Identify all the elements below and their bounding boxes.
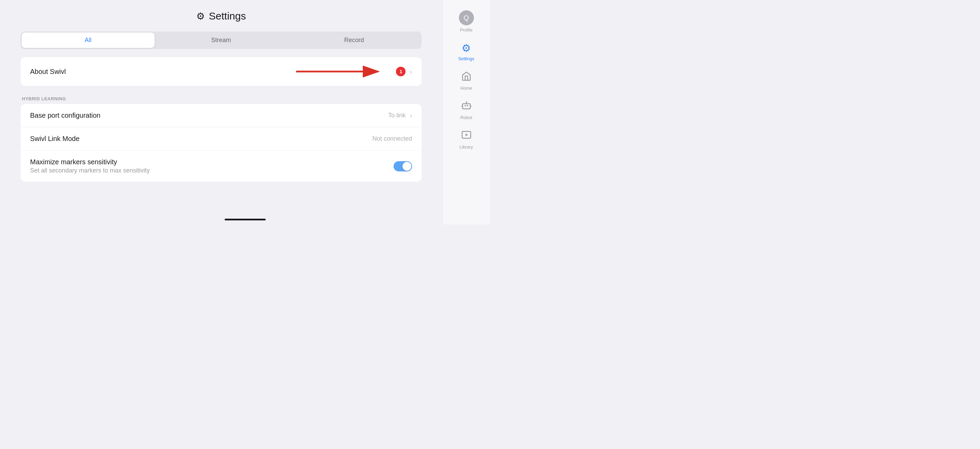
about-swivl-card: About Swivl 1 › xyxy=(21,57,422,86)
base-port-row[interactable]: Base port configuration To link › xyxy=(21,104,422,127)
swivl-link-row[interactable]: Swivl Link Mode Not connected xyxy=(21,127,422,150)
about-swivl-badge: 1 xyxy=(396,67,406,76)
swivl-link-label: Swivl Link Mode xyxy=(30,135,80,143)
hybrid-learning-card: Base port configuration To link › Swivl … xyxy=(21,104,422,182)
about-swivl-right: 1 › xyxy=(296,65,412,78)
profile-avatar: Q xyxy=(459,10,474,25)
sidebar-label-robot: Robot xyxy=(460,115,472,120)
swivl-link-right: Not connected xyxy=(372,135,412,142)
sidebar-label-home: Home xyxy=(460,86,472,91)
tab-record[interactable]: Record xyxy=(288,32,421,48)
sidebar-item-settings[interactable]: ⚙ Settings xyxy=(448,39,485,65)
sidebar-label-library: Library xyxy=(460,144,473,150)
base-port-chevron: › xyxy=(410,112,412,120)
markers-label: Maximize markers sensitivity xyxy=(30,158,150,166)
robot-icon xyxy=(461,100,471,113)
base-port-value: To link xyxy=(388,112,406,119)
settings-title-icon: ⚙ xyxy=(196,11,205,22)
tab-all[interactable]: All xyxy=(22,32,154,48)
base-port-label: Base port configuration xyxy=(30,112,100,120)
library-icon xyxy=(461,130,471,142)
hybrid-learning-section-header: HYBRID LEARNING xyxy=(21,92,422,104)
sidebar: Q Profile ⚙ Settings Home Robo xyxy=(442,0,490,225)
sidebar-label-settings: Settings xyxy=(458,56,474,61)
gear-icon: ⚙ xyxy=(461,42,471,54)
svg-rect-3 xyxy=(465,105,466,106)
sidebar-item-home[interactable]: Home xyxy=(448,67,485,94)
about-swivl-chevron: › xyxy=(410,68,412,76)
settings-section: About Swivl 1 › HYBRI xyxy=(21,57,422,188)
sidebar-item-profile[interactable]: Q Profile xyxy=(448,7,485,36)
markers-toggle[interactable] xyxy=(394,161,412,171)
base-port-right: To link › xyxy=(388,112,412,120)
tab-stream[interactable]: Stream xyxy=(154,32,288,48)
svg-point-5 xyxy=(466,101,467,102)
sidebar-item-robot[interactable]: Robot xyxy=(448,97,485,123)
page-title-row: ⚙ Settings xyxy=(196,10,246,22)
red-arrow-annotation xyxy=(296,65,392,78)
sidebar-label-profile: Profile xyxy=(460,27,473,32)
markers-label-group: Maximize markers sensitivity Set all sec… xyxy=(30,158,150,174)
markers-sensitivity-row[interactable]: Maximize markers sensitivity Set all sec… xyxy=(21,150,422,182)
home-icon xyxy=(461,71,471,83)
page-title: Settings xyxy=(209,10,246,22)
sidebar-item-library[interactable]: Library xyxy=(448,126,485,153)
about-swivl-label: About Swivl xyxy=(30,68,66,76)
markers-sublabel: Set all secondary markers to max sensiti… xyxy=(30,167,150,174)
about-swivl-row[interactable]: About Swivl 1 › xyxy=(21,57,422,86)
tabs-container: All Stream Record xyxy=(21,32,422,49)
svg-marker-7 xyxy=(465,133,468,136)
svg-rect-4 xyxy=(467,105,468,106)
bottom-home-indicator xyxy=(225,219,266,221)
svg-rect-2 xyxy=(462,104,470,109)
swivl-link-value: Not connected xyxy=(372,135,412,142)
